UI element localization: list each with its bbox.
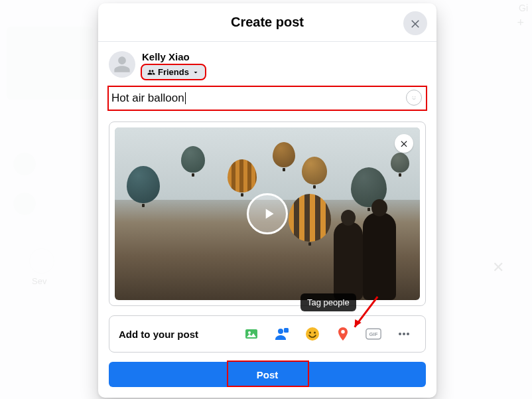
photo-icon <box>243 326 259 342</box>
svg-point-0 <box>413 96 413 97</box>
text-caret <box>185 92 186 104</box>
caret-down-icon <box>192 68 200 76</box>
photo-video-button[interactable] <box>239 322 263 346</box>
close-icon <box>409 17 421 29</box>
close-button[interactable] <box>403 11 427 35</box>
play-button[interactable] <box>247 193 288 234</box>
svg-point-4 <box>278 329 283 334</box>
person-silhouette <box>334 222 363 300</box>
balloon-graphic <box>181 146 205 173</box>
video-thumbnail[interactable] <box>115 127 420 300</box>
modal-header: Create post <box>98 3 436 42</box>
feeling-icon <box>304 326 320 342</box>
svg-point-7 <box>309 332 311 334</box>
audience-label: Friends <box>158 67 189 77</box>
friends-icon <box>147 68 155 76</box>
svg-point-3 <box>248 331 251 334</box>
tag-people-button[interactable] <box>270 322 294 346</box>
add-to-post-row: Tag people Add to your post GIF <box>109 315 426 353</box>
feeling-activity-button[interactable] <box>300 322 324 346</box>
modal-title: Create post <box>231 15 304 30</box>
svg-point-6 <box>306 327 319 341</box>
user-row: Kelly Xiao Friends <box>98 42 436 79</box>
svg-point-11 <box>399 333 401 335</box>
balloon-graphic <box>228 159 257 193</box>
balloon-graphic <box>273 142 295 167</box>
svg-point-1 <box>415 96 415 97</box>
post-button[interactable]: Post <box>109 362 426 387</box>
svg-text:GIF: GIF <box>369 331 378 337</box>
more-icon <box>396 326 412 342</box>
balloon-graphic <box>391 153 409 173</box>
svg-point-13 <box>407 333 409 335</box>
svg-point-12 <box>403 333 405 335</box>
add-to-post-icons: GIF <box>239 322 416 346</box>
gif-icon: GIF <box>366 326 381 342</box>
balloon-graphic <box>289 194 331 242</box>
more-options-button[interactable] <box>392 322 416 346</box>
person-icon <box>113 55 131 74</box>
close-icon <box>399 139 409 148</box>
user-name: Kelly Xiao <box>142 51 205 62</box>
post-text-area[interactable]: Hot air balloon <box>109 87 426 110</box>
tag-people-icon <box>274 326 290 342</box>
person-silhouette <box>363 212 396 300</box>
add-to-post-label: Add to your post <box>119 329 198 340</box>
create-post-modal: Create post Kelly Xiao Friends Hot air b… <box>98 3 436 398</box>
emoji-picker-button[interactable] <box>406 90 422 106</box>
balloon-graphic <box>302 157 327 185</box>
svg-rect-5 <box>284 328 289 333</box>
play-icon <box>260 205 277 222</box>
post-button-label: Post <box>257 369 279 380</box>
audience-selector[interactable]: Friends <box>142 65 205 79</box>
media-attachment <box>109 121 426 306</box>
svg-point-8 <box>314 332 316 334</box>
balloon-graphic <box>127 166 160 203</box>
post-text: Hot air balloon <box>111 92 184 105</box>
remove-media-button[interactable] <box>395 134 413 153</box>
avatar[interactable] <box>109 51 135 78</box>
smile-icon <box>409 93 419 102</box>
